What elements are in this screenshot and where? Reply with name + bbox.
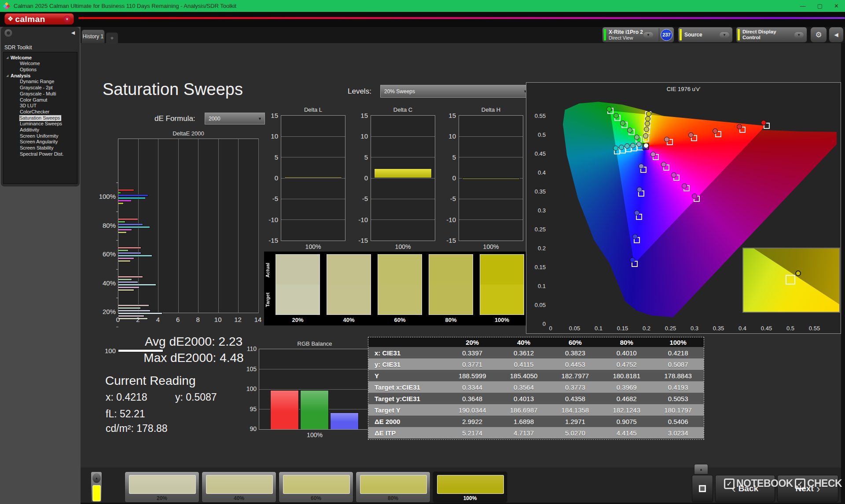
bar (118, 304, 149, 307)
display-control-dropdown[interactable]: Direct Display Control ▼ (736, 27, 807, 43)
grid-line (459, 136, 523, 137)
grid-line (178, 139, 179, 313)
tree-expander-icon[interactable]: ◢ (6, 56, 8, 59)
sidebar-item-spectral-power-dist-[interactable]: Spectral Power Dist. (20, 151, 77, 157)
sidebar-item-grayscale-multi[interactable]: Grayscale - Multi (20, 91, 77, 97)
grid-line (459, 199, 523, 199)
sidebar-item-screen-uniformity[interactable]: Screen Uniformity (20, 133, 77, 139)
nav-up-button[interactable]: ▲ (694, 464, 708, 475)
table-header-cell: 80% (601, 337, 652, 347)
y-tick-label: 5 (443, 153, 456, 161)
minimize-icon[interactable]: — (800, 3, 806, 9)
sidebar-item-screen-angularity[interactable]: Screen Angularity (20, 139, 77, 145)
stop-button[interactable] (692, 475, 713, 502)
y-tick-label: 110 (239, 345, 257, 352)
bar (118, 286, 140, 289)
de-formula-label: dE Formula: (154, 114, 195, 123)
grid-line (459, 219, 523, 220)
cie-measured-marker (643, 143, 649, 148)
source-dropdown[interactable]: Source ▼ (678, 27, 733, 43)
table-cell: 0.3397 (447, 347, 498, 358)
row-label: Target Y (368, 404, 447, 416)
inset-measured-marker (795, 270, 801, 276)
sidebar-item-colorchecker[interactable]: ColorChecker (20, 109, 77, 115)
settings-button[interactable]: ⚙ (810, 27, 827, 43)
sidebar-collapse-button[interactable]: ◀ (69, 29, 77, 37)
sidebar-item-screen-stability[interactable]: Screen Stability (20, 145, 77, 151)
target-swatch (378, 285, 422, 314)
cie-1976-chart: CIE 1976 u'v' 0.550.50.450.40.350.30.250… (526, 82, 841, 334)
table-cell: 0.3344 (447, 381, 498, 393)
table-header-cell: 20% (447, 337, 498, 347)
sidebar-item-additivity[interactable]: Additivity (20, 127, 77, 133)
sidebar-item-3d-lut[interactable]: 3D LUT (20, 103, 77, 109)
calman-menu-button[interactable]: ❖ calman ▼ (4, 13, 74, 25)
axis-tick (116, 327, 118, 327)
y-tick-label: 0 (265, 174, 278, 182)
tree-section-welcome[interactable]: ◢Welcome (4, 55, 77, 61)
x-tick-label: 10 (211, 316, 224, 323)
levels-dropdown[interactable]: 20% Sweeps ▼ (380, 85, 530, 98)
row-label: ΔE 2000 (368, 416, 447, 427)
tree-expander-icon[interactable]: ◢ (6, 74, 8, 77)
y-tick-label: 10 (265, 132, 278, 140)
calman-window: Calman 2025 Calman Ultimate for Business… (0, 0, 845, 504)
swatch-label: 100% (480, 317, 524, 323)
swatch-label: 20% (276, 317, 320, 323)
chevron-left-icon: ◀ (834, 32, 838, 38)
pattern-up-button[interactable]: ▲ (92, 473, 101, 483)
bar (118, 226, 150, 228)
pattern-button-40%[interactable]: 40% (202, 471, 276, 503)
sidebar-item-welcome[interactable]: Welcome (20, 61, 77, 67)
pattern-button-80%[interactable]: 80% (356, 471, 430, 503)
chevron-down-icon: ▼ (63, 15, 71, 23)
actual-label: Actual (265, 255, 271, 285)
color-swatch (480, 254, 524, 315)
table-row: y: CIE310.37710.41150.44530.47520.5087 (368, 358, 704, 370)
pattern-label: 60% (279, 495, 353, 501)
table-cell: 0.3773 (549, 381, 601, 393)
meter-count-badge[interactable]: 237 (661, 29, 672, 41)
sidebar-item-options[interactable]: Options (20, 67, 77, 73)
cie-measured-marker (671, 172, 676, 178)
collapse-panel-button[interactable]: ◀ (829, 27, 844, 43)
close-icon[interactable]: ✕ (834, 3, 839, 9)
de-formula-dropdown[interactable]: 2000 ▼ (205, 113, 265, 124)
x-tick-label: 0.1 (589, 325, 608, 332)
sidebar-item-saturation-sweeps[interactable]: Saturation Sweeps (19, 115, 61, 121)
sidebar-item-luminance-sweeps[interactable]: Luminance Sweeps (20, 121, 77, 127)
y-tick-label: -15 (355, 237, 368, 244)
actual-swatch (429, 255, 473, 285)
cie-measured-marker (613, 146, 618, 151)
bar (118, 202, 124, 205)
pattern-button-60%[interactable]: 60% (279, 471, 353, 503)
next-button[interactable]: Next › (777, 475, 838, 502)
sidebar-item-color-gamut[interactable]: Color Gamut (20, 97, 77, 103)
actual-swatch (327, 255, 371, 285)
pattern-button-20%[interactable]: 20% (125, 471, 199, 503)
cie-measured-marker (692, 194, 697, 199)
cie-measured-marker (682, 183, 687, 189)
maximize-icon[interactable]: ▢ (817, 3, 823, 9)
pattern-preview-swatch[interactable] (92, 485, 101, 501)
levels-label: Levels: (348, 87, 371, 96)
grid-line (281, 199, 345, 199)
grid-line (371, 157, 435, 157)
pattern-button-100%[interactable]: 100% (433, 471, 507, 503)
group-label: 60% (96, 250, 116, 258)
tab-history-1[interactable]: History 1 (81, 29, 105, 43)
chevron-left-icon: ◀ (71, 30, 75, 36)
y-tick-label: 15 (265, 112, 278, 119)
sidebar-item-dynamic-range[interactable]: Dynamic Range (20, 79, 77, 85)
tree-section-analysis[interactable]: ◢Analysis (4, 73, 77, 79)
add-tab-button[interactable]: + (106, 33, 118, 43)
meter-dropdown[interactable]: X-Rite i1Pro 2 Direct View ▼ 237 (602, 27, 674, 43)
sidebar-pin-button[interactable] (4, 29, 13, 37)
y-tick-label: 0.4 (526, 169, 546, 176)
back-button[interactable]: ‹ Back (715, 475, 775, 502)
table-row: x: CIE310.33970.36120.38230.40100.4218 (368, 347, 704, 358)
cie-measured-marker (637, 187, 642, 192)
bar (118, 231, 127, 234)
sidebar-item-grayscale-2pt[interactable]: Grayscale - 2pt (20, 85, 77, 91)
delta-chart-c (371, 115, 435, 241)
